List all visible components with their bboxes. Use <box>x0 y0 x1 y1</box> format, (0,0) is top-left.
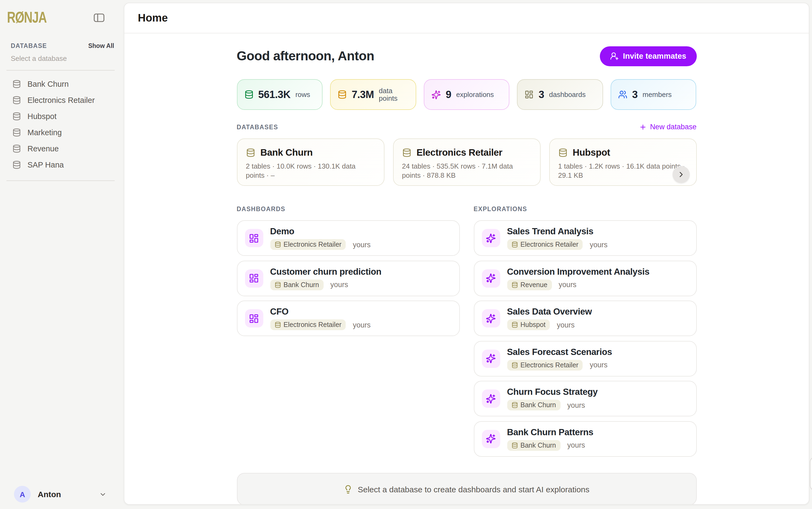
users-icon <box>618 90 627 99</box>
database-icon <box>246 148 255 157</box>
sparkles-icon <box>482 269 500 287</box>
layout-dashboard-icon <box>245 309 263 328</box>
scroll-right-button[interactable] <box>672 166 690 183</box>
owner-label: yours <box>353 240 370 248</box>
database-icon <box>558 148 567 157</box>
database-icon <box>12 96 21 104</box>
database-section-label: DATABASE <box>11 42 47 49</box>
content: Good afternoon, Anton Invite teammates 5… <box>237 46 697 505</box>
owner-label: yours <box>330 281 348 289</box>
database-tag: Electronics Retailer <box>507 239 582 250</box>
dashboards-section-label: DASHBOARDS <box>237 206 285 212</box>
owner-label: yours <box>590 240 607 248</box>
database-icon <box>338 90 347 99</box>
exploration-item-bank-churn-patterns[interactable]: Bank Churn Patterns Bank Churn yours <box>473 421 697 456</box>
owner-label: yours <box>559 281 576 289</box>
greeting: Good afternoon, Anton <box>237 48 374 64</box>
brand-logo: RØNJA <box>7 9 46 26</box>
avatar: A <box>14 486 31 503</box>
sidebar-toggle-button[interactable] <box>94 13 104 22</box>
sidebar-item-hubspot[interactable]: Hubspot <box>0 108 124 125</box>
explorations-section: EXPLORATIONS Sales Trend Analysis Electr… <box>473 204 697 461</box>
exploration-item-sales-data-overview[interactable]: Sales Data Overview Hubspot yours <box>473 301 697 336</box>
sidebar-item-revenue[interactable]: Revenue <box>0 141 124 157</box>
sparkles-icon <box>431 90 441 99</box>
stat-dashboards: 3 dashboards <box>517 79 603 110</box>
page-title: Home <box>138 12 168 24</box>
dashboard-item-cfo[interactable]: CFO Electronics Retailer yours <box>237 301 460 336</box>
sparkles-icon <box>482 349 500 368</box>
dashboards-section: DASHBOARDS Demo Electronics Retailer <box>237 204 460 461</box>
database-icon <box>12 161 21 169</box>
database-tag: Bank Churn <box>507 400 560 410</box>
database-tag: Electronics Retailer <box>270 239 346 250</box>
database-tag: Hubspot <box>507 319 550 330</box>
show-all-link[interactable]: Show All <box>88 42 114 49</box>
database-card-bank-churn[interactable]: Bank Churn 2 tables · 10.0K rows · 130.1… <box>237 138 384 186</box>
sidebar-item-marketing[interactable]: Marketing <box>0 125 124 141</box>
dashboard-item-customer-churn-prediction[interactable]: Customer churn prediction Bank Churn you… <box>237 261 460 296</box>
database-icon <box>12 112 21 121</box>
stat-explorations: 9 explorations <box>424 79 509 110</box>
user-menu[interactable]: A Anton <box>0 486 124 503</box>
lightbulb-icon <box>344 484 353 494</box>
stats-row: 561.3K rows 7.3M data points 9 explorati… <box>237 79 697 110</box>
owner-label: yours <box>353 321 370 329</box>
database-tag: Revenue <box>507 279 552 290</box>
user-plus-icon <box>610 52 619 60</box>
owner-label: yours <box>557 321 574 329</box>
stat-members: 3 members <box>611 79 697 110</box>
layout-dashboard-icon <box>245 229 263 247</box>
viewport: RØNJA DATABASE Show All Select a databas… <box>0 0 812 509</box>
tip-bar: Select a database to create dashboards a… <box>237 473 697 505</box>
exploration-item-sales-trend-analysis[interactable]: Sales Trend Analysis Electronics Retaile… <box>473 220 697 256</box>
main-header: Home <box>125 3 809 33</box>
exploration-item-sales-forecast-scenarios[interactable]: Sales Forecast Scenarios Electronics Ret… <box>473 341 697 376</box>
sparkles-icon <box>482 389 500 408</box>
chevron-down-icon <box>99 490 107 498</box>
databases-section-label: DATABASES <box>237 124 278 130</box>
dashboard-item-demo[interactable]: Demo Electronics Retailer yours <box>237 220 460 256</box>
owner-label: yours <box>567 401 585 409</box>
sidebar-item-electronics-retailer[interactable]: Electronics Retailer <box>0 92 124 108</box>
database-card-electronics-retailer[interactable]: Electronics Retailer 24 tables · 535.5K … <box>393 138 540 186</box>
explorations-section-label: EXPLORATIONS <box>473 206 527 212</box>
database-icon <box>244 90 253 99</box>
plus-icon <box>639 123 647 131</box>
tip-text: Select a database to create dashboards a… <box>358 484 590 494</box>
chevron-right-icon <box>677 170 685 179</box>
stat-rows: 561.3K rows <box>237 79 322 110</box>
owner-label: yours <box>567 441 585 449</box>
exploration-item-conversion-improvement-analysis[interactable]: Conversion Improvement Analysis Revenue … <box>473 261 697 296</box>
database-icon <box>12 144 21 153</box>
divider <box>6 70 115 71</box>
user-name: Anton <box>38 489 99 499</box>
database-cards: Bank Churn 2 tables · 10.0K rows · 130.1… <box>237 138 697 186</box>
layout-dashboard-icon <box>245 269 263 287</box>
database-tag: Electronics Retailer <box>270 319 346 330</box>
layout-dashboard-icon <box>525 90 534 99</box>
owner-label: yours <box>590 361 607 369</box>
sidebar-database-list: Bank Churn Electronics Retailer Hubspot … <box>0 76 124 173</box>
exploration-item-churn-focus-strategy[interactable]: Churn Focus Strategy Bank Churn yours <box>473 381 697 416</box>
panel-left-icon <box>94 13 104 22</box>
sparkles-icon <box>482 229 500 247</box>
app: RØNJA DATABASE Show All Select a databas… <box>0 0 812 509</box>
sparkles-icon <box>482 309 500 328</box>
scrollbar-thumb[interactable] <box>810 457 812 491</box>
database-icon <box>402 148 411 157</box>
new-database-button[interactable]: New database <box>639 123 697 131</box>
database-icon <box>12 128 21 137</box>
sidebar-item-sap-hana[interactable]: SAP Hana <box>0 157 124 173</box>
sidebar-item-bank-churn[interactable]: Bank Churn <box>0 76 124 92</box>
sidebar: RØNJA DATABASE Show All Select a databas… <box>0 0 124 509</box>
sparkles-icon <box>482 430 500 448</box>
database-tag: Electronics Retailer <box>507 360 582 370</box>
database-tag: Bank Churn <box>270 279 323 290</box>
invite-teammates-button[interactable]: Invite teammates <box>600 46 697 66</box>
divider <box>6 180 115 181</box>
database-tag: Bank Churn <box>507 440 560 450</box>
database-icon <box>12 80 21 88</box>
main-panel: Home Good afternoon, Anton Invite teamma… <box>124 3 809 505</box>
stat-data-points: 7.3M data points <box>330 79 416 110</box>
